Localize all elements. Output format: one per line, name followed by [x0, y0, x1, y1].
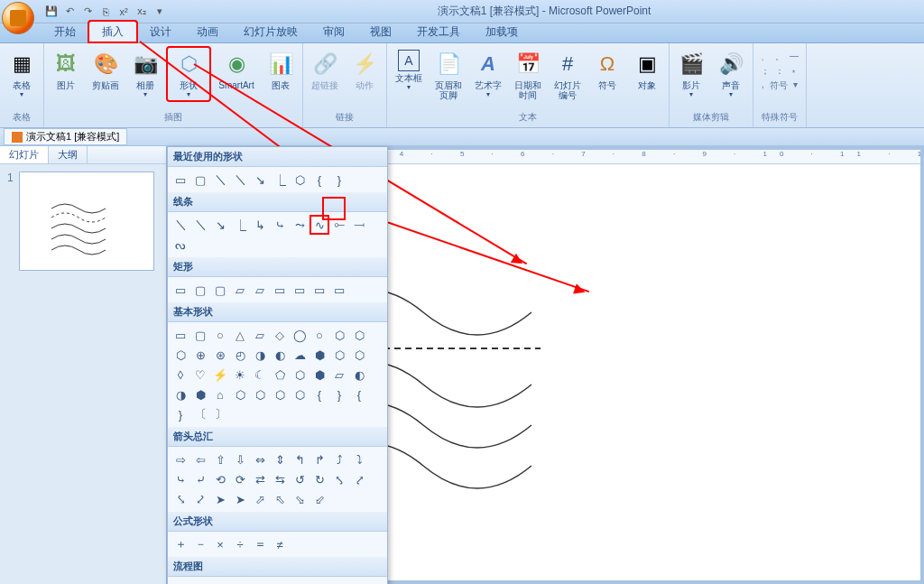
rect-shape[interactable]: ▭ [330, 281, 348, 299]
chart-button[interactable]: 📊图表 [263, 47, 299, 93]
equation-shape[interactable]: ≠ [271, 535, 289, 553]
rect-shape[interactable]: ▢ [211, 281, 229, 299]
flowchart-shape[interactable]: ⬭ [291, 580, 309, 584]
subscript-icon[interactable]: x₂ [134, 4, 150, 20]
arrow-shape[interactable]: ↻ [310, 470, 328, 488]
basic-shape[interactable]: ⬡ [350, 346, 368, 364]
line-shape[interactable]: ↳ [251, 216, 269, 234]
basic-shape[interactable]: ◑ [171, 385, 189, 403]
arrow-shape[interactable]: ⤦ [191, 490, 209, 508]
recent-shape[interactable]: { [310, 171, 328, 189]
basic-shape[interactable]: ⬡ [171, 346, 189, 364]
tab-slides[interactable]: 幻灯片 [0, 146, 49, 163]
basic-shape[interactable]: ⚡ [211, 366, 229, 384]
basic-shape[interactable]: ▱ [251, 326, 269, 344]
qat-more-icon[interactable]: ▾ [152, 4, 168, 20]
basic-shape[interactable]: ⬡ [271, 385, 289, 403]
table-button[interactable]: ▦表格▾ [4, 47, 40, 101]
recent-shape[interactable]: ↘ [251, 171, 269, 189]
basic-shape[interactable]: ⊕ [191, 346, 209, 364]
recent-shape[interactable]: ▢ [191, 171, 209, 189]
basic-shape[interactable]: ⬡ [291, 385, 309, 403]
line-shape[interactable]: ＼ [191, 216, 209, 234]
action-button[interactable]: ⚡动作 [346, 47, 383, 93]
flowchart-shape[interactable]: ▭ [171, 580, 189, 584]
tab-start[interactable]: 开始 [42, 22, 88, 42]
arrow-shape[interactable]: ⤷ [171, 470, 189, 488]
arrow-shape[interactable]: ↰ [291, 450, 309, 468]
flowchart-shape[interactable]: ○ [271, 580, 289, 584]
arrow-shape[interactable]: ⟳ [231, 470, 249, 488]
arrow-shape[interactable]: ↱ [310, 450, 328, 468]
undo-icon[interactable]: ↶ [61, 4, 78, 20]
basic-shape[interactable]: ⬢ [310, 366, 328, 384]
basic-shape[interactable]: ◊ [171, 366, 189, 384]
rect-shape[interactable]: ▭ [291, 281, 309, 299]
hyperlink-button[interactable]: 🔗超链接 [307, 47, 343, 93]
save-icon[interactable]: 💾 [43, 4, 60, 20]
office-button[interactable] [2, 2, 34, 34]
rect-shape[interactable]: ▱ [251, 281, 269, 299]
arrow-shape[interactable]: ⇄ [251, 470, 269, 488]
line-shape[interactable]: ↘ [211, 216, 229, 234]
arrow-shape[interactable]: ➤ [231, 490, 249, 508]
object-button[interactable]: ▣对象 [629, 47, 665, 93]
arrow-shape[interactable]: ➤ [211, 490, 229, 508]
rect-shape[interactable]: ▭ [271, 281, 289, 299]
arrow-shape[interactable]: ↺ [291, 470, 309, 488]
tab-dev[interactable]: 开发工具 [404, 22, 473, 42]
tab-outline[interactable]: 大纲 [49, 146, 88, 163]
arrow-shape[interactable]: ⟲ [211, 470, 229, 488]
equation-shape[interactable]: － [191, 535, 209, 553]
special-symbols[interactable]: 、。— ；：﹡ ,符号▾ [757, 47, 802, 96]
basic-shape[interactable]: ◐ [350, 366, 368, 384]
arrow-shape[interactable]: ⇦ [191, 450, 209, 468]
equation-shape[interactable]: ＋ [171, 535, 189, 553]
basic-shape[interactable]: ⌂ [211, 385, 229, 403]
arrow-shape[interactable]: ⬂ [291, 490, 309, 508]
basic-shape[interactable]: ⬡ [251, 385, 269, 403]
line-shape[interactable]: ⤷ [271, 216, 289, 234]
arrow-shape[interactable]: ⤶ [191, 470, 209, 488]
equation-shape[interactable]: ＝ [251, 535, 269, 553]
movie-button[interactable]: 🎬影片▾ [673, 47, 709, 101]
recent-shape[interactable]: ▭ [171, 171, 189, 189]
datetime-button[interactable]: 📅日期和时间 [510, 47, 546, 103]
basic-shape[interactable]: ⬢ [191, 385, 209, 403]
flowchart-shape[interactable]: ○ [350, 580, 368, 584]
basic-shape[interactable]: ▱ [330, 366, 348, 384]
basic-shape[interactable]: ♡ [191, 366, 209, 384]
slide-thumbnail[interactable] [19, 171, 154, 271]
line-shape[interactable]: ＼ [171, 216, 189, 234]
basic-shape[interactable]: 〔 [191, 405, 209, 423]
sound-button[interactable]: 🔊声音▾ [713, 47, 749, 101]
recent-shape[interactable]: ＼ [231, 171, 249, 189]
basic-shape[interactable]: { [310, 385, 328, 403]
redo-icon[interactable]: ↷ [79, 4, 96, 20]
basic-shape[interactable]: ⬡ [350, 326, 368, 344]
basic-shape[interactable]: ⬡ [291, 366, 309, 384]
basic-shape[interactable]: ⬢ [310, 346, 328, 364]
header-button[interactable]: 📄页眉和页脚 [430, 47, 467, 103]
tab-anim[interactable]: 动画 [184, 22, 231, 42]
rect-shape[interactable]: ▢ [191, 281, 209, 299]
basic-shape[interactable]: ◑ [251, 346, 269, 364]
recent-shape[interactable]: ＼ [211, 171, 229, 189]
slidenum-button[interactable]: #幻灯片编号 [550, 47, 586, 103]
basic-shape[interactable]: ◐ [271, 346, 289, 364]
arrow-shape[interactable]: ⇨ [171, 450, 189, 468]
picture-button[interactable]: 🖼图片 [48, 47, 84, 93]
tab-review[interactable]: 审阅 [310, 22, 357, 42]
shapes-button[interactable]: ⬡形状▾ [167, 47, 210, 101]
basic-shape[interactable]: ▭ [171, 326, 189, 344]
flowchart-shape[interactable]: ▭ [251, 580, 269, 584]
basic-shape[interactable]: { [350, 385, 368, 403]
basic-shape[interactable]: 〕 [211, 405, 229, 423]
rect-shape[interactable]: ▱ [231, 281, 249, 299]
basic-shape[interactable]: ⬠ [271, 366, 289, 384]
basic-shape[interactable]: ▢ [191, 326, 209, 344]
flowchart-shape[interactable]: ▭ [310, 580, 328, 584]
basic-shape[interactable]: ☀ [231, 366, 249, 384]
smartart-button[interactable]: ◉SmartArt [214, 47, 259, 93]
flowchart-shape[interactable]: ◯ [330, 580, 348, 584]
